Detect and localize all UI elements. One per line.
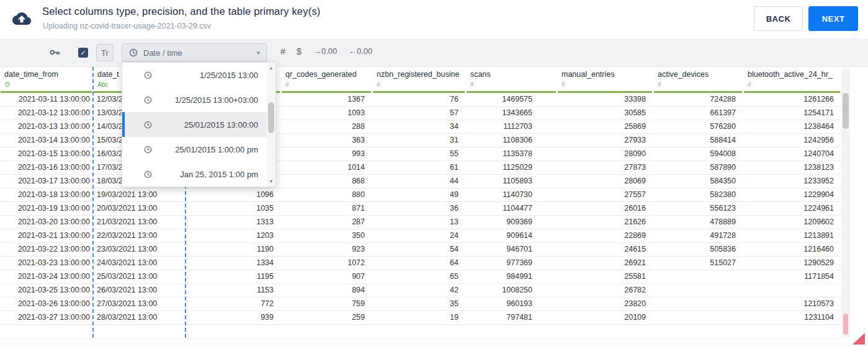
table-cell: 880 <box>281 188 372 201</box>
clock-icon <box>143 120 153 130</box>
table-cell <box>653 284 743 297</box>
table-cell: 31 <box>372 134 466 147</box>
table-row: 2021-03-22 13:00:0023/03/2021 13:0011909… <box>0 243 841 257</box>
scroll-down-arrow[interactable]: ▼ <box>267 177 275 186</box>
table-cell: 556123 <box>653 202 743 215</box>
date-format-option[interactable]: 1/25/2015 13:00 <box>122 63 267 87</box>
table-cell: 1135378 <box>466 147 557 160</box>
clock-icon <box>128 48 138 58</box>
table-cell: 960193 <box>466 297 557 310</box>
table-cell: 505836 <box>653 243 743 256</box>
next-button[interactable]: NEXT <box>808 6 858 31</box>
table-cell: 27/03/2021 13:00 <box>93 297 186 310</box>
table-cell: 23/03/2021 13:00 <box>93 243 186 256</box>
date-format-label: Jan 25, 2015 1:00 pm <box>153 170 267 179</box>
column-type-value: Date / time <box>143 48 182 58</box>
column-header[interactable]: qr_codes_generated# <box>281 67 372 93</box>
table-cell: 1140730 <box>466 188 557 201</box>
currency-type-button[interactable]: $ <box>297 46 302 56</box>
vertical-scrollbar-thumb[interactable] <box>843 93 849 129</box>
date-format-option[interactable]: 25/01/2015 13:00:00 <box>122 112 267 137</box>
table-cell: 44 <box>372 175 466 188</box>
table-cell: 1209602 <box>743 216 841 229</box>
table-row: 2021-03-25 13:00:0026/03/2021 13:0011538… <box>0 284 841 297</box>
table-cell: 1190 <box>186 243 281 256</box>
table-cell: 1254171 <box>743 107 841 120</box>
table-cell: 1343665 <box>466 107 557 120</box>
table-cell: 984991 <box>466 270 557 283</box>
date-format-option[interactable]: 25/01/2015 1:00:00 pm <box>122 137 267 162</box>
column-header[interactable]: active_devices# <box>653 67 743 93</box>
table-cell: 1313 <box>186 216 281 229</box>
table-cell: 20/03/2021 13:00 <box>93 202 186 215</box>
table-cell: 2021-03-19 13:00:00 <box>0 202 93 215</box>
table-cell: 27557 <box>557 188 653 201</box>
table-cell: 1112703 <box>466 120 557 133</box>
column-name: date_time_from <box>4 70 89 79</box>
table-cell: 23820 <box>557 297 653 310</box>
date-format-option[interactable]: Jan 25, 2015 1:00 pm <box>122 162 267 187</box>
table-cell: 588414 <box>653 134 743 147</box>
upload-cloud-icon <box>12 9 31 28</box>
table-cell: 2021-03-14 13:00:00 <box>0 134 93 147</box>
date-format-option[interactable]: 1/25/2015 13:00+03:00 <box>122 87 267 112</box>
vertical-scrollbar[interactable] <box>841 69 850 337</box>
table-cell: 923 <box>281 243 372 256</box>
table-cell: 797481 <box>466 311 557 324</box>
date-format-label: 1/25/2015 13:00 <box>153 71 267 80</box>
column-header[interactable]: nzbn_registered_busine# <box>372 67 466 93</box>
dropdown-scrollbar[interactable]: ▲ ▼ <box>267 63 275 187</box>
table-row: 2021-03-18 13:00:0019/03/2021 13:0010968… <box>0 188 841 202</box>
dropdown-scrollbar-thumb[interactable] <box>268 102 274 133</box>
table-row: 2021-03-24 13:00:0025/03/2021 13:0011959… <box>0 270 841 284</box>
table-cell: 939 <box>186 311 281 324</box>
column-type-label: # <box>562 81 650 89</box>
error-indicator <box>852 333 865 345</box>
table-cell: 57 <box>372 107 466 120</box>
table-cell <box>743 284 841 297</box>
increase-precision-button[interactable]: →0.00 <box>313 46 337 56</box>
table-row: 2021-03-20 13:00:0021/03/2021 13:0013132… <box>0 216 841 229</box>
table-cell: 1231104 <box>743 311 841 324</box>
column-type-label: # <box>470 81 553 89</box>
table-cell: 2021-03-13 13:00:00 <box>0 120 93 133</box>
error-rows-marker <box>843 314 848 335</box>
table-cell: 1072 <box>281 257 372 270</box>
table-cell: 1210573 <box>743 297 841 310</box>
table-cell: 2021-03-22 13:00:00 <box>0 243 93 256</box>
column-type-select[interactable]: Date / time ▾ <box>122 43 267 62</box>
column-header[interactable]: scans# <box>466 67 557 93</box>
table-cell <box>653 297 743 310</box>
table-cell <box>653 311 743 324</box>
table-cell: 584350 <box>653 175 743 188</box>
table-cell: 20109 <box>557 311 653 324</box>
back-button[interactable]: BACK <box>754 6 803 31</box>
table-cell: 42 <box>372 284 466 297</box>
table-cell: 1238464 <box>743 120 841 133</box>
include-column-checkbox[interactable]: ✓ <box>78 48 88 58</box>
scroll-up-arrow[interactable]: ▲ <box>267 63 275 72</box>
table-cell: 2021-03-15 13:00:00 <box>0 147 93 160</box>
table-cell: 1238123 <box>743 161 841 174</box>
decrease-precision-button[interactable]: ←0.00 <box>349 46 372 56</box>
column-header[interactable]: date_time_from <box>0 67 93 93</box>
table-cell: 28069 <box>557 175 653 188</box>
column-header[interactable]: manual_entries# <box>557 67 653 93</box>
date-format-list: 1/25/2015 13:001/25/2015 13:00+03:0025/0… <box>122 63 267 187</box>
number-type-button[interactable]: # <box>280 46 285 56</box>
primary-key-icon[interactable] <box>48 46 61 59</box>
selected-column-left-boundary <box>92 67 94 338</box>
table-cell: 1469575 <box>466 93 557 106</box>
table-cell: 1229904 <box>743 188 841 201</box>
text-transform-button[interactable]: Tr <box>96 44 114 61</box>
table-cell: 907 <box>281 270 372 283</box>
table-cell: 28090 <box>557 147 653 160</box>
horizontal-scrollbar[interactable] <box>0 338 850 347</box>
table-cell: 26921 <box>557 257 653 270</box>
table-cell: 19/03/2021 13:00 <box>93 188 186 201</box>
table-cell: 1334 <box>186 257 281 270</box>
table-cell: 49 <box>372 188 466 201</box>
table-cell: 1224961 <box>743 202 841 215</box>
table-cell: 65 <box>372 270 466 283</box>
column-header[interactable]: bluetooth_active_24_hr_# <box>743 67 841 93</box>
